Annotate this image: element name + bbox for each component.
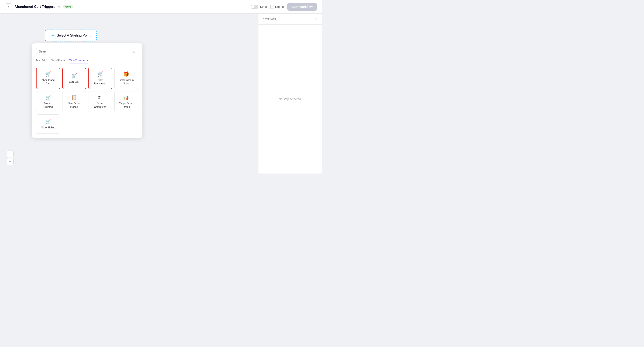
- trigger-abandoned-cart[interactable]: 🛒 AbandonedCart: [36, 68, 60, 89]
- trigger-product-ordered[interactable]: 🛒 ProductOrdered: [36, 91, 60, 112]
- new-order-placed-icon: 📋: [71, 95, 77, 100]
- cart-recovered-icon: 🛒: [97, 72, 103, 77]
- canvas: ✦ Select A Starting Point ⌕ Mail Mint Wo…: [0, 14, 258, 174]
- trigger-new-order-placed[interactable]: 📋 New OrderPlaced: [62, 91, 86, 112]
- header-left: ‹ Abandoned Cart Triggers ✎ Active: [5, 4, 73, 10]
- first-order-icon: 🎁: [123, 72, 129, 77]
- cart-lost-label: Cart Lost: [69, 80, 79, 84]
- settings-header: SETTINGS ✕: [258, 14, 322, 25]
- zoom-controls: + −: [7, 151, 14, 165]
- header-right: Stats 📊 Report Start Workflow: [251, 3, 317, 11]
- trigger-cart-recovered[interactable]: 🛒 CartRecovered: [88, 68, 112, 89]
- starting-point-card[interactable]: ✦ Select A Starting Point: [45, 30, 97, 42]
- back-button[interactable]: ‹: [5, 4, 12, 10]
- zoom-in-button[interactable]: +: [7, 151, 14, 157]
- abandoned-cart-icon: 🛒: [45, 72, 51, 77]
- new-order-placed-label: New OrderPlaced: [68, 102, 80, 109]
- target-order-status-icon: 📊: [123, 95, 129, 100]
- product-ordered-label: ProductOrdered: [43, 102, 53, 109]
- first-order-label: First Order InStore: [118, 79, 134, 85]
- order-completed-label: OrderCompleted: [94, 102, 106, 109]
- settings-body: No step selected.: [258, 25, 322, 174]
- start-workflow-button[interactable]: Start Workflow: [287, 3, 317, 11]
- cart-lost-icon: 🛒: [71, 73, 77, 79]
- report-label: Report: [275, 5, 284, 9]
- trigger-dropdown-panel: ⌕ Mail Mint WordPress WooCommerce 🛒 Aban…: [32, 43, 142, 138]
- order-completed-icon: 🛍: [98, 95, 102, 100]
- search-input[interactable]: [39, 50, 132, 53]
- settings-title: SETTINGS: [263, 18, 276, 21]
- stats-toggle[interactable]: [251, 5, 258, 9]
- page-title: Abandoned Cart Triggers: [14, 5, 55, 9]
- trigger-order-completed[interactable]: 🛍 OrderCompleted: [88, 91, 112, 112]
- order-failed-icon: 🛒: [45, 119, 51, 124]
- tab-mail-mint[interactable]: Mail Mint: [36, 59, 47, 64]
- active-badge: Active: [63, 5, 73, 9]
- stats-toggle-group: Stats: [251, 5, 267, 9]
- trigger-first-order-in-store[interactable]: 🎁 First Order InStore: [114, 68, 138, 89]
- back-icon: ‹: [8, 5, 9, 8]
- product-ordered-icon: 🛒: [45, 95, 51, 100]
- no-step-text: No step selected.: [279, 97, 302, 101]
- search-icon: ⌕: [133, 50, 136, 53]
- settings-panel: SETTINGS ✕ No step selected.: [258, 14, 322, 174]
- cart-recovered-label: CartRecovered: [94, 79, 106, 85]
- trigger-cart-lost[interactable]: 🛒 Cart Lost: [62, 68, 86, 89]
- abandoned-cart-label: AbandonedCart: [42, 79, 54, 85]
- tabs: Mail Mint WordPress WooCommerce: [36, 59, 138, 64]
- target-order-status-label: Target OrderStatus: [119, 102, 133, 109]
- edit-icon[interactable]: ✎: [58, 5, 60, 9]
- stats-label: Stats: [260, 5, 267, 9]
- report-button[interactable]: 📊 Report: [270, 5, 284, 9]
- order-failed-label: Order Failed: [41, 126, 55, 130]
- search-box: ⌕: [36, 48, 138, 55]
- starting-point-text: Select A Starting Point: [57, 34, 90, 38]
- trigger-order-failed[interactable]: 🛒 Order Failed: [36, 114, 60, 134]
- header: ‹ Abandoned Cart Triggers ✎ Active Stats…: [0, 0, 322, 14]
- starting-point-icon: ✦: [51, 33, 54, 38]
- triggers-grid: 🛒 AbandonedCart 🛒 Cart Lost 🛒 CartRecove…: [36, 68, 138, 134]
- main: ✦ Select A Starting Point ⌕ Mail Mint Wo…: [0, 14, 322, 174]
- trigger-target-order-status[interactable]: 📊 Target OrderStatus: [114, 91, 138, 112]
- tab-wordpress[interactable]: WordPress: [52, 59, 65, 64]
- tab-woocommerce[interactable]: WooCommerce: [69, 59, 88, 64]
- settings-close-button[interactable]: ✕: [315, 17, 318, 21]
- report-chart-icon: 📊: [270, 5, 274, 9]
- zoom-out-button[interactable]: −: [7, 158, 14, 165]
